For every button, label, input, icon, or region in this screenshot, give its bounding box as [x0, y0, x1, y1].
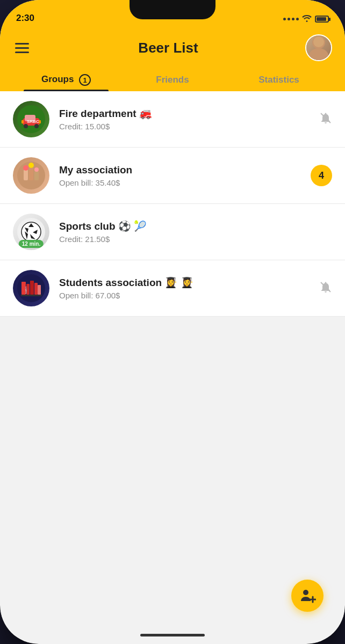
svg-point-2 [313, 36, 324, 47]
group-name-3: Sports club ⚽ 🎾 [59, 220, 326, 232]
tab-groups-label: Groups [41, 74, 74, 84]
tab-statistics[interactable]: Statistics [226, 69, 332, 91]
group-subtitle-4: Open bill: 67.00$ [59, 291, 313, 300]
svg-point-17 [28, 163, 34, 168]
app-title: Beer List [138, 40, 198, 56]
group-item-4[interactable]: LEARN Students association 👩‍🎓 👩‍🎓 Open … [0, 260, 345, 317]
tab-groups[interactable]: Groups 1 [13, 69, 119, 91]
battery-icon [315, 16, 329, 23]
group-info-2: My association Open bill: 35.40$ [59, 164, 304, 187]
group-info-3: Sports club ⚽ 🎾 Credit: 21.50$ [59, 220, 326, 244]
badge-count-2: 4 [319, 170, 324, 181]
group-subtitle-1: Credit: 15.00$ [59, 122, 313, 131]
home-indicator [140, 634, 205, 636]
svg-point-1 [309, 48, 328, 61]
svg-point-16 [23, 165, 28, 171]
status-time: 2:30 [16, 13, 34, 24]
group-avatar-2 [13, 157, 49, 194]
svg-text:SRBC: SRBC [27, 119, 39, 124]
hamburger-line-3 [15, 52, 29, 53]
header-top: Beer List [13, 34, 332, 61]
group-name-1: Fire department 🚒 [59, 107, 313, 120]
svg-point-35 [303, 590, 308, 595]
wifi-icon [302, 14, 312, 24]
group-info-4: Students association 👩‍🎓 👩‍🎓 Open bill: … [59, 276, 313, 300]
hamburger-line-1 [15, 43, 29, 45]
group-avatar-4: LEARN [13, 270, 49, 306]
phone-frame: 2:30 [0, 0, 345, 644]
svg-rect-29 [30, 281, 34, 295]
hamburger-menu-button[interactable] [13, 41, 31, 55]
svg-rect-8 [21, 120, 24, 123]
notification-badge-2: 4 [311, 165, 332, 186]
svg-text:LEARN: LEARN [25, 287, 27, 294]
group-item-3[interactable]: 12 min. Sports club ⚽ 🎾 Credit: 21.50$ [0, 204, 345, 260]
tab-groups-badge: 1 [79, 74, 91, 86]
group-name-4: Students association 👩‍🎓 👩‍🎓 [59, 276, 313, 289]
user-avatar[interactable] [305, 34, 332, 61]
signal-dots [283, 18, 299, 20]
bell-muted-icon-1 [319, 112, 332, 125]
group-item-1[interactable]: SRBC Fire department 🚒 Credit: 15.00$ [0, 91, 345, 148]
svg-rect-30 [34, 283, 38, 295]
avatar-image [306, 35, 331, 60]
add-person-icon [299, 587, 316, 604]
group-list: SRBC Fire department 🚒 Credit: 15.00$ [0, 91, 345, 317]
group-item-2[interactable]: My association Open bill: 35.40$ 4 [0, 148, 345, 204]
hamburger-line-2 [15, 47, 29, 49]
group-action-4 [319, 281, 332, 296]
svg-point-7 [34, 124, 39, 128]
signal-dot-3 [292, 18, 294, 20]
svg-point-18 [34, 167, 39, 172]
group-info-1: Fire department 🚒 Credit: 15.00$ [59, 107, 313, 131]
svg-point-6 [24, 124, 28, 128]
group-subtitle-3: Credit: 21.50$ [59, 235, 326, 244]
signal-dot-1 [283, 18, 286, 20]
group-subtitle-2: Open bill: 35.40$ [59, 178, 304, 187]
tab-friends-label: Friends [156, 75, 189, 85]
tab-statistics-label: Statistics [258, 75, 299, 85]
group-action-2: 4 [311, 165, 332, 186]
signal-dot-4 [296, 18, 299, 20]
tab-bar: Groups 1 Friends Statistics [13, 69, 332, 91]
notch [130, 0, 215, 19]
svg-rect-15 [34, 171, 39, 180]
group-name-2: My association [59, 164, 304, 176]
add-group-fab[interactable] [291, 580, 324, 612]
group-action-1 [319, 112, 332, 127]
group-avatar-3: 12 min. [13, 214, 49, 250]
status-icons [283, 14, 329, 24]
svg-rect-14 [29, 167, 33, 180]
bell-muted-icon-4 [319, 281, 332, 294]
svg-rect-31 [38, 285, 41, 295]
tab-friends[interactable]: Friends [119, 69, 226, 91]
phone-screen: 2:30 [0, 0, 345, 644]
svg-rect-33 [21, 295, 41, 296]
group-avatar-1: SRBC [13, 101, 49, 137]
svg-rect-13 [24, 170, 28, 180]
signal-dot-2 [288, 18, 290, 20]
time-badge-3: 12 min. [19, 240, 44, 248]
content-area: SRBC Fire department 🚒 Credit: 15.00$ [0, 91, 345, 317]
app-header: Beer List Groups 1 [0, 28, 345, 91]
